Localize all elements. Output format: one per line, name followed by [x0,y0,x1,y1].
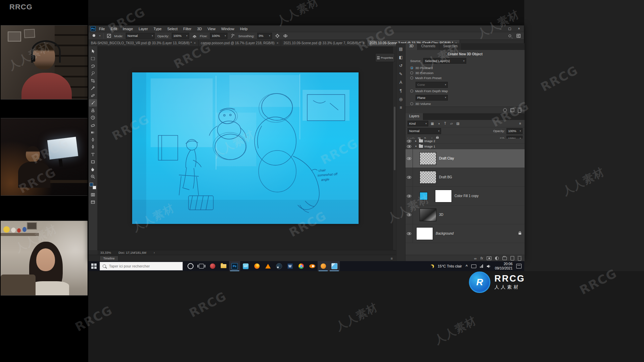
layer-name[interactable]: Color Fill 1 copy [454,194,479,198]
brush-settings-toggle[interactable] [106,33,112,39]
close-tab-icon[interactable]: × [194,41,196,45]
menu-file[interactable]: File [99,27,105,31]
wacom-button[interactable]: W [284,261,296,271]
menu-image[interactable]: Image [123,27,133,31]
visibility-toggle[interactable] [406,138,413,143]
3d-scene-icon[interactable] [503,108,507,112]
chrome-button[interactable] [296,261,307,271]
document-tab[interactable]: camap.poisson.psd @ 16.7% (Layer 218, RG… [199,40,281,46]
rectangular-marquee-tool[interactable] [89,55,97,62]
search-icon[interactable] [508,35,511,37]
pressure-opacity-icon[interactable] [192,33,197,39]
document-tab[interactable]: BAI-SH260_BGCOLO_TK03_VR.psd @ 33.3% (La… [89,40,199,46]
file-explorer-button[interactable] [218,261,229,271]
menu-edit[interactable]: Edit [111,27,117,31]
tab-3d[interactable]: 3D [406,43,418,50]
app-red-button[interactable] [207,261,218,271]
filter-pixel-layers-icon[interactable]: ▦ [430,122,435,125]
adjustment-layer-button[interactable] [495,256,499,260]
photos-button[interactable] [329,261,340,271]
airbrush-icon[interactable] [230,33,235,39]
layer-thumbnail[interactable] [416,227,433,240]
vertical-scrollbar[interactable] [393,46,396,250]
radio-mesh-from-depth-map[interactable] [410,89,413,93]
character-panel-icon[interactable]: A [399,80,402,85]
layers-opacity-select[interactable]: 100% ▾ [506,128,523,134]
filter-smart-objects-icon[interactable]: ▨ [455,122,460,125]
visibility-toggle[interactable] [406,168,413,186]
status-expand-icon[interactable]: › [154,251,155,254]
brush-preset-caret[interactable]: ▾ [99,35,101,37]
layer-mask-thumbnail[interactable] [435,190,452,202]
clone-stamp-tool[interactable] [89,107,97,114]
layer-name[interactable]: Draft BG [439,175,452,179]
notes-panel-icon[interactable]: ✎ [399,72,402,76]
filter-kind-select[interactable]: Kind ▾ [408,121,428,126]
history-panel-icon[interactable]: ↺ [399,63,402,68]
visibility-toggle[interactable] [406,187,413,205]
radio-3d-volume[interactable] [410,102,413,105]
radio-mesh-from-preset[interactable] [410,76,413,79]
layer-name[interactable]: Background [436,232,453,235]
fill-color-thumbnail[interactable] [420,192,428,200]
new-group-button[interactable] [502,257,507,260]
crop-tool[interactable] [89,77,97,84]
menu-help[interactable]: Help [240,27,248,31]
new-layer-button[interactable] [511,256,514,260]
display-tray-icon[interactable] [471,264,476,268]
history-brush-tool[interactable] [89,114,97,121]
visibility-toggle[interactable] [406,149,413,168]
layer-name[interactable]: Draft Clay [439,157,454,160]
link-layers-button[interactable]: ∞ [474,256,477,260]
network-tray-icon[interactable] [480,264,483,268]
properties-panel-button[interactable]: Properties [375,53,395,62]
canvas-document[interactable]: chair somewhat off angle [132,72,359,224]
lasso-tool[interactable] [89,62,97,70]
visibility-toggle[interactable] [406,144,413,149]
menu-select[interactable]: Select [167,27,178,31]
3d-render-icon[interactable] [511,108,514,112]
menu-3d[interactable]: 3D [197,27,202,31]
filter-toggle-icon[interactable]: ≡ [518,122,523,125]
tray-clock[interactable]: 20:06 09/10/2021 [495,262,513,270]
radio-3d-extrusion[interactable] [410,71,413,74]
close-button[interactable]: × [518,27,520,31]
gradient-tool[interactable] [89,129,97,136]
weather-widget[interactable]: 15°C Très clair [438,264,462,268]
layer-row[interactable]: Color Fill 1 copy [406,187,525,205]
screen-mode-button[interactable] [89,198,97,206]
flow-select[interactable]: 100% ▾ [210,33,227,39]
eyedropper-tool[interactable] [89,84,97,92]
taskbar-search[interactable] [100,262,183,270]
background-layer-row[interactable]: Background [406,224,525,243]
layer-thumbnail[interactable] [420,152,436,165]
smoothing-select[interactable]: 0% ▾ [257,33,272,39]
layer-effects-button[interactable]: fx [480,256,483,260]
lens-panel-icon[interactable]: ◎ [399,97,402,102]
move-tool[interactable] [89,48,97,55]
steam-button[interactable] [273,261,284,271]
layer-name[interactable]: 3D [439,213,443,217]
menu-layer[interactable]: Layer [139,27,148,31]
tab-channels[interactable]: Channels [418,43,439,50]
search-input[interactable] [108,264,173,268]
pen-tool[interactable] [89,143,97,151]
tab-layers[interactable]: Layers [406,113,423,120]
symmetry-icon[interactable] [283,33,288,39]
quick-mask-button[interactable] [89,191,97,198]
task-view-button[interactable] [196,261,207,271]
collapse-icon[interactable]: ▾ [414,145,418,148]
menu-filter[interactable]: Filter [183,27,191,31]
timeline-menu-icon[interactable]: ≡ [391,256,393,260]
cortana-button[interactable] [185,261,196,271]
layer-group-row[interactable]: ▸ Image 2 [406,138,525,144]
document-tab[interactable]: 2021.10.09-Scene.psd @ 33.3% (Layer 7, R… [281,40,367,46]
volume-tray-icon[interactable] [487,264,491,268]
menu-view[interactable]: View [208,27,216,31]
start-button[interactable] [88,261,100,271]
blend-mode-select[interactable]: Normal ▾ [408,128,441,134]
workspace-switcher-icon[interactable] [516,33,521,39]
quick-selection-tool[interactable] [89,70,97,77]
mode-select[interactable]: Normal ▾ [126,33,155,39]
source-select[interactable]: Selected Layer(s) ▾ [423,58,466,64]
